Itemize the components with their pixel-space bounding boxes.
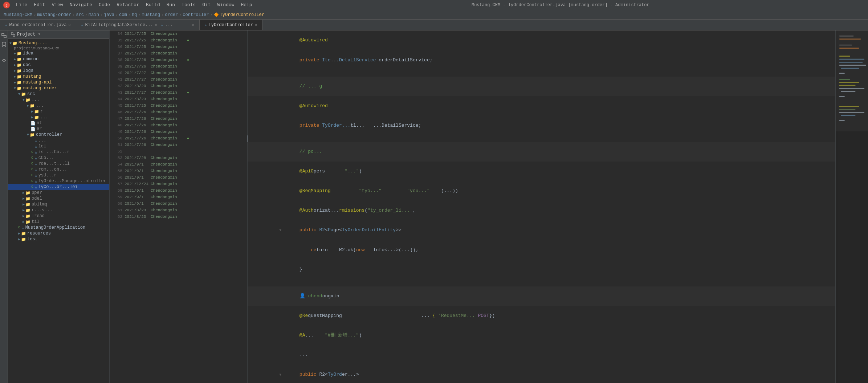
tree-rom[interactable]: C ☕ rom...on... <box>8 167 109 172</box>
tree-doc[interactable]: ▶ 📁 doc <box>8 62 109 68</box>
tree-resources[interactable]: ▶ 📁 resources <box>8 231 109 236</box>
code-line-46[interactable] <box>248 280 835 286</box>
breadcrumb-src[interactable]: src <box>76 12 84 17</box>
tree-lei-label: lei <box>38 144 46 149</box>
tab-wandler-close[interactable]: ✕ <box>68 23 70 27</box>
tab-ellipsis[interactable]: ☕ ... ✕ <box>156 20 200 30</box>
breadcrumb-java[interactable]: java <box>104 12 114 17</box>
tree-r2[interactable]: ▶ 📁 ... <box>8 114 109 120</box>
tree-mustang-app[interactable]: C ☕ MustangOrderApplication <box>8 225 109 231</box>
blame-icon-50: ● <box>187 137 189 140</box>
tree-pper[interactable]: ▶ 📁 pper <box>8 190 109 196</box>
tree-rv[interactable]: ▶ 📁 r...v... <box>8 207 109 213</box>
breadcrumb-controller[interactable]: controller <box>183 12 209 17</box>
tree-java[interactable]: ▶ 📁 ... <box>8 103 109 109</box>
minimap[interactable] <box>835 30 868 383</box>
menu-help[interactable]: Help <box>238 1 255 8</box>
tree-root[interactable]: ▼ 📁 Mustang-... <box>8 40 109 46</box>
tree-hread[interactable]: ▶ 📁 Tread <box>8 213 109 219</box>
menu-edit[interactable]: Edit <box>31 1 48 8</box>
code-line-45[interactable]: } <box>248 260 835 280</box>
menu-git[interactable]: Git <box>199 1 213 8</box>
breadcrumb-mustang[interactable]: mustang <box>142 12 160 17</box>
code-line-37[interactable]: @Autowired <box>248 96 835 116</box>
tree-tyorder-manage[interactable]: C ☕ TyOrde...Manage...ntroller <box>8 178 109 184</box>
code-line-sep3[interactable]: 👤 chendongxin <box>248 286 835 306</box>
code-line-39[interactable] <box>248 135 835 142</box>
menu-build[interactable]: Build <box>143 1 163 8</box>
tab-tyorder-close[interactable]: ✕ <box>255 23 257 27</box>
tree-cco[interactable]: C ☕ cCo... <box>8 155 109 161</box>
tree-logs[interactable]: ▶ 📁 logs <box>8 68 109 74</box>
code-line-41[interactable]: @ReqMapping "tyo..." "you..." (...)) <box>248 181 835 201</box>
tree-ysu[interactable]: C ☕ ysU...r <box>8 172 109 178</box>
code-line-sep1[interactable]: // ... g <box>248 77 835 96</box>
tree-lei[interactable]: ☕ lei <box>8 143 109 149</box>
tree-nt[interactable]: 📄 nt <box>8 120 109 126</box>
tree-test-icon: 📁 <box>21 237 26 242</box>
tree-controller[interactable]: ▼ 📁 controller <box>8 132 109 138</box>
breadcrumb-mustang-order[interactable]: mustang-order <box>37 12 71 17</box>
tab-ellipsis-close[interactable]: ✕ <box>192 23 194 27</box>
breadcrumb-class-name[interactable]: TyOrderController <box>220 12 264 17</box>
tree-r[interactable]: ▶ 📁 r <box>8 109 109 114</box>
code-line-48[interactable]: @A... "#删_新增...") <box>248 326 835 345</box>
code-line-49[interactable]: ... <box>248 345 835 365</box>
menu-window[interactable]: Window <box>215 1 237 8</box>
code-line-50[interactable]: ▼ public R2<TyOrder...> <box>248 365 835 383</box>
svg-rect-3 <box>4 36 6 38</box>
bookmark-sidebar-btn[interactable] <box>1 41 7 48</box>
project-header-label: Project <box>17 32 35 37</box>
breadcrumb-com[interactable]: com <box>119 12 127 17</box>
breadcrumb-sep-2: › <box>72 12 75 17</box>
tree-mustang-api[interactable]: ▶ 📁 mustang-api <box>8 80 109 85</box>
tab-bizallot[interactable]: ☕ BizAllotpingDataService... ✕ <box>76 20 156 30</box>
tree-common[interactable]: ▶ 📁 common <box>8 56 109 62</box>
menu-tools[interactable]: Tools <box>179 1 199 8</box>
tab-tyorder[interactable]: ☕ TyOrderController ✕ <box>200 20 262 30</box>
project-dropdown-icon[interactable]: ▼ <box>38 33 40 36</box>
project-sidebar-btn[interactable] <box>1 32 7 39</box>
tree-idea[interactable]: ▶ 📁 idea <box>8 50 109 56</box>
menu-run[interactable]: Run <box>164 1 178 8</box>
menu-code[interactable]: Code <box>96 1 113 8</box>
code-line-34[interactable]: @Autowired <box>248 30 835 50</box>
breadcrumb-hq[interactable]: hq <box>132 12 137 17</box>
menu-view[interactable]: View <box>49 1 66 8</box>
code-line-36[interactable] <box>248 70 835 77</box>
menu-refactor[interactable]: Refactor <box>114 1 142 8</box>
tree-er[interactable]: 📄 er <box>8 126 109 132</box>
breadcrumb-mustang-crm[interactable]: Mustang-CRM <box>4 12 32 17</box>
tree-main-label: ... <box>32 97 40 102</box>
tree-rde[interactable]: C ☕ rde...t...ll <box>8 161 109 167</box>
tree-main[interactable]: ▼ 📁 ... <box>8 97 109 103</box>
tree-mustang[interactable]: ▶ 📁 mustang <box>8 74 109 80</box>
breadcrumb-order[interactable]: order <box>165 12 178 17</box>
tree-tyorder-ctrl[interactable]: C ☕ TyCo...or...lei <box>8 184 109 190</box>
tree-til[interactable]: ▶ 📁 til <box>8 219 109 225</box>
code-line-35[interactable]: private Ite...DetailService orderDetailS… <box>248 50 835 70</box>
code-line-40[interactable]: @ApiOpers "...") <box>248 162 835 181</box>
tree-test[interactable]: ▶ 📁 test <box>8 236 109 242</box>
code-line-38[interactable]: private TyOrder...tl... ...DetailService… <box>248 116 835 135</box>
tree-mustang-order[interactable]: ▼ 📁 mustang-order <box>8 85 109 91</box>
code-line-47[interactable]: @RequestMapping ... { 'RequestMe... POST… <box>248 306 835 326</box>
tab-wandler[interactable]: ☕ WandlerController.java ✕ <box>0 20 76 30</box>
breadcrumb-sep-6: › <box>128 12 131 17</box>
code-line-42[interactable]: @Authorizat...rmissions("ty_order_li... … <box>248 201 835 220</box>
tree-is-co[interactable]: C ☕ is ...Co...r <box>8 149 109 155</box>
menu-navigate[interactable]: Navigate <box>67 1 95 8</box>
tree-abitmq[interactable]: ▶ 📁 abitmq <box>8 201 109 207</box>
tree-ctrl-dots[interactable]: ☕ ... <box>8 138 109 143</box>
tree-mustang-api-arrow: ▶ <box>14 80 16 85</box>
commit-sidebar-btn[interactable] <box>1 57 7 64</box>
code-editor[interactable]: @Autowired private Ite...DetailService o… <box>248 30 835 383</box>
code-line-sep2[interactable]: // po... <box>248 142 835 162</box>
tree-src[interactable]: ▼ 📁 src <box>8 91 109 97</box>
breadcrumb-main[interactable]: main <box>89 12 99 17</box>
code-line-44[interactable]: return R2.ok(new Info<...>(...)); <box>248 240 835 260</box>
tree-test-arrow: ▶ <box>18 237 20 241</box>
code-line-43[interactable]: ▼ public R2<Page<TyOrderDetailEntity>> <box>248 220 835 240</box>
menu-file[interactable]: File <box>13 1 30 8</box>
tree-odel[interactable]: ▶ 📁 odel <box>8 196 109 201</box>
